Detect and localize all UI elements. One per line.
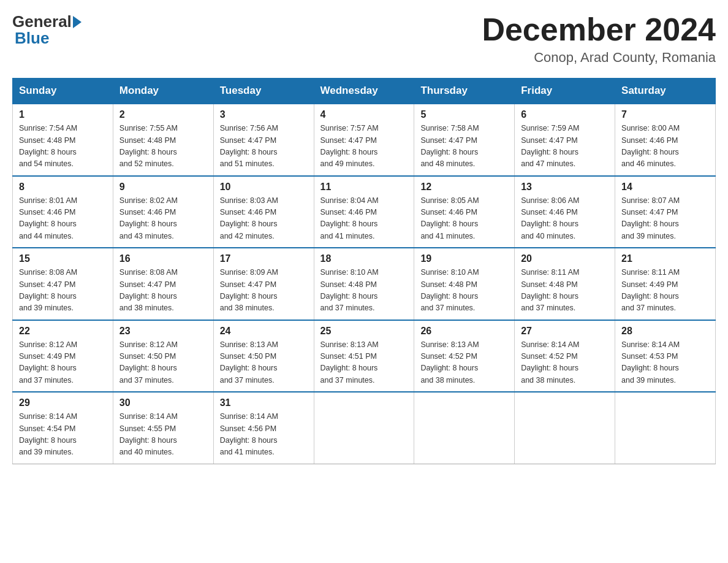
day-info: Sunrise: 7:59 AM Sunset: 4:47 PM Dayligh… [521,123,609,170]
day-number: 3 [220,109,308,120]
day-info: Sunrise: 8:05 AM Sunset: 4:46 PM Dayligh… [420,195,508,243]
table-row: 20 Sunrise: 8:11 AM Sunset: 4:48 PM Dayl… [515,248,615,320]
table-row: 5 Sunrise: 7:58 AM Sunset: 4:47 PM Dayli… [414,104,515,176]
day-number: 11 [320,182,408,193]
location-subtitle: Conop, Arad County, Romania [482,50,716,66]
day-info: Sunrise: 8:13 AM Sunset: 4:52 PM Dayligh… [420,339,508,387]
day-number: 27 [521,326,609,337]
header-thursday: Thursday [414,79,515,104]
day-number: 29 [19,397,107,408]
day-info: Sunrise: 8:08 AM Sunset: 4:47 PM Dayligh… [119,267,207,315]
table-row [615,392,716,464]
calendar-week-row: 22 Sunrise: 8:12 AM Sunset: 4:49 PM Dayl… [13,320,716,393]
table-row: 21 Sunrise: 8:11 AM Sunset: 4:49 PM Dayl… [615,248,716,320]
day-info: Sunrise: 8:14 AM Sunset: 4:55 PM Dayligh… [119,411,207,459]
header-friday: Friday [515,79,615,104]
day-info: Sunrise: 8:14 AM Sunset: 4:56 PM Dayligh… [220,411,308,459]
day-number: 25 [320,326,408,337]
day-info: Sunrise: 8:11 AM Sunset: 4:49 PM Dayligh… [621,267,709,315]
day-number: 18 [320,253,408,264]
header-saturday: Saturday [615,79,716,104]
day-number: 21 [621,253,709,264]
table-row: 18 Sunrise: 8:10 AM Sunset: 4:48 PM Dayl… [314,248,414,320]
table-row: 17 Sunrise: 8:09 AM Sunset: 4:47 PM Dayl… [213,248,314,320]
day-number: 17 [220,253,308,264]
day-number: 9 [119,182,207,193]
day-info: Sunrise: 8:06 AM Sunset: 4:46 PM Dayligh… [521,195,609,243]
table-row: 24 Sunrise: 8:13 AM Sunset: 4:50 PM Dayl… [213,320,314,393]
day-info: Sunrise: 8:08 AM Sunset: 4:47 PM Dayligh… [19,267,107,315]
logo-blue-text: Blue [15,29,49,48]
day-number: 26 [420,326,508,337]
day-info: Sunrise: 8:13 AM Sunset: 4:50 PM Dayligh… [220,339,308,387]
table-row: 15 Sunrise: 8:08 AM Sunset: 4:47 PM Dayl… [13,248,113,320]
day-number: 7 [621,109,709,120]
calendar-header-row: Sunday Monday Tuesday Wednesday Thursday… [13,79,716,104]
table-row: 6 Sunrise: 7:59 AM Sunset: 4:47 PM Dayli… [515,104,615,176]
table-row: 4 Sunrise: 7:57 AM Sunset: 4:47 PM Dayli… [314,104,414,176]
day-number: 16 [119,253,207,264]
table-row: 2 Sunrise: 7:55 AM Sunset: 4:48 PM Dayli… [113,104,213,176]
table-row: 8 Sunrise: 8:01 AM Sunset: 4:46 PM Dayli… [13,176,113,248]
day-info: Sunrise: 7:54 AM Sunset: 4:48 PM Dayligh… [19,123,107,170]
day-number: 6 [521,109,609,120]
day-number: 31 [220,397,308,408]
calendar-table: Sunday Monday Tuesday Wednesday Thursday… [12,78,716,464]
calendar-week-row: 15 Sunrise: 8:08 AM Sunset: 4:47 PM Dayl… [13,248,716,320]
table-row: 3 Sunrise: 7:56 AM Sunset: 4:47 PM Dayli… [213,104,314,176]
day-number: 30 [119,397,207,408]
logo: General Blue [12,12,82,48]
calendar-week-row: 1 Sunrise: 7:54 AM Sunset: 4:48 PM Dayli… [13,104,716,176]
day-number: 24 [220,326,308,337]
day-info: Sunrise: 7:55 AM Sunset: 4:48 PM Dayligh… [119,123,207,170]
day-info: Sunrise: 8:00 AM Sunset: 4:46 PM Dayligh… [621,123,709,170]
month-title: December 2024 [482,12,716,47]
day-number: 10 [220,182,308,193]
table-row: 13 Sunrise: 8:06 AM Sunset: 4:46 PM Dayl… [515,176,615,248]
day-info: Sunrise: 8:13 AM Sunset: 4:51 PM Dayligh… [320,339,408,387]
day-number: 5 [420,109,508,120]
logo-arrow-icon [73,16,82,28]
title-block: December 2024 Conop, Arad County, Romani… [482,12,716,66]
day-info: Sunrise: 8:14 AM Sunset: 4:53 PM Dayligh… [621,339,709,387]
table-row: 16 Sunrise: 8:08 AM Sunset: 4:47 PM Dayl… [113,248,213,320]
table-row: 26 Sunrise: 8:13 AM Sunset: 4:52 PM Dayl… [414,320,515,393]
table-row: 25 Sunrise: 8:13 AM Sunset: 4:51 PM Dayl… [314,320,414,393]
table-row: 9 Sunrise: 8:02 AM Sunset: 4:46 PM Dayli… [113,176,213,248]
day-info: Sunrise: 8:07 AM Sunset: 4:47 PM Dayligh… [621,195,709,243]
day-info: Sunrise: 8:12 AM Sunset: 4:50 PM Dayligh… [119,339,207,387]
day-number: 12 [420,182,508,193]
day-number: 1 [19,109,107,120]
day-info: Sunrise: 8:14 AM Sunset: 4:54 PM Dayligh… [19,411,107,459]
table-row: 28 Sunrise: 8:14 AM Sunset: 4:53 PM Dayl… [615,320,716,393]
day-info: Sunrise: 8:04 AM Sunset: 4:46 PM Dayligh… [320,195,408,243]
header-tuesday: Tuesday [213,79,314,104]
day-info: Sunrise: 7:57 AM Sunset: 4:47 PM Dayligh… [320,123,408,170]
day-number: 13 [521,182,609,193]
table-row: 19 Sunrise: 8:10 AM Sunset: 4:48 PM Dayl… [414,248,515,320]
day-info: Sunrise: 7:56 AM Sunset: 4:47 PM Dayligh… [220,123,308,170]
calendar-week-row: 8 Sunrise: 8:01 AM Sunset: 4:46 PM Dayli… [13,176,716,248]
table-row [414,392,515,464]
table-row: 7 Sunrise: 8:00 AM Sunset: 4:46 PM Dayli… [615,104,716,176]
table-row: 31 Sunrise: 8:14 AM Sunset: 4:56 PM Dayl… [213,392,314,464]
page-header: General Blue December 2024 Conop, Arad C… [12,12,716,66]
header-monday: Monday [113,79,213,104]
day-number: 8 [19,182,107,193]
table-row: 10 Sunrise: 8:03 AM Sunset: 4:46 PM Dayl… [213,176,314,248]
table-row: 30 Sunrise: 8:14 AM Sunset: 4:55 PM Dayl… [113,392,213,464]
day-info: Sunrise: 8:14 AM Sunset: 4:52 PM Dayligh… [521,339,609,387]
day-number: 20 [521,253,609,264]
table-row [515,392,615,464]
table-row: 14 Sunrise: 8:07 AM Sunset: 4:47 PM Dayl… [615,176,716,248]
table-row: 29 Sunrise: 8:14 AM Sunset: 4:54 PM Dayl… [13,392,113,464]
table-row: 22 Sunrise: 8:12 AM Sunset: 4:49 PM Dayl… [13,320,113,393]
header-sunday: Sunday [13,79,113,104]
day-number: 23 [119,326,207,337]
day-info: Sunrise: 7:58 AM Sunset: 4:47 PM Dayligh… [420,123,508,170]
header-wednesday: Wednesday [314,79,414,104]
day-info: Sunrise: 8:01 AM Sunset: 4:46 PM Dayligh… [19,195,107,243]
table-row: 27 Sunrise: 8:14 AM Sunset: 4:52 PM Dayl… [515,320,615,393]
day-info: Sunrise: 8:12 AM Sunset: 4:49 PM Dayligh… [19,339,107,387]
day-info: Sunrise: 8:02 AM Sunset: 4:46 PM Dayligh… [119,195,207,243]
